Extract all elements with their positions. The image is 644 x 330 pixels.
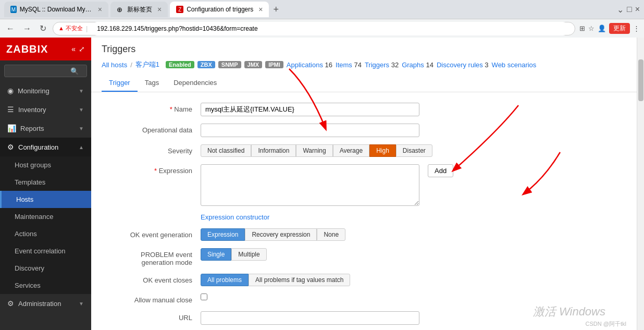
ok-event-gen-group: Expression Recovery expression None <box>201 228 513 241</box>
sidebar-item-hosts[interactable]: Hosts <box>0 191 91 208</box>
ok-event-gen-control: Expression Recovery expression None <box>201 228 513 241</box>
url-label: URL <box>107 311 201 322</box>
problem-event-multiple-btn[interactable]: Multiple <box>231 248 266 261</box>
scrollbar[interactable] <box>637 38 644 330</box>
allow-manual-close-row: Allow manual close <box>107 294 621 304</box>
tab1-close[interactable]: × <box>98 5 102 14</box>
url-bar[interactable] <box>91 22 569 35</box>
ok-event-recovery-btn[interactable]: Recovery expression <box>245 228 317 241</box>
tab-trigger[interactable]: Trigger <box>102 75 138 92</box>
badge-ipmi[interactable]: IPMI <box>265 61 283 68</box>
menu-icon[interactable]: ⋮ <box>633 25 640 32</box>
badge-zbx[interactable]: ZBX <box>197 61 215 68</box>
sidebar-item-reports[interactable]: 📊 Reports ▼ <box>0 119 91 138</box>
tab3-close[interactable]: × <box>258 5 263 14</box>
sidebar-item-services[interactable]: Services <box>0 277 91 294</box>
tab-dependencies[interactable]: Dependencies <box>166 75 224 92</box>
tab-tags[interactable]: Tags <box>138 75 166 92</box>
severity-average[interactable]: Average <box>333 144 369 157</box>
nav-discovery-rules[interactable]: Discovery rules 3 <box>437 61 489 69</box>
configuration-arrow-icon: ▲ <box>79 144 84 150</box>
url-input[interactable] <box>201 311 419 325</box>
profile-icon[interactable]: 👤 <box>598 25 606 32</box>
forward-button[interactable]: → <box>21 23 33 34</box>
sidebar-item-inventory-label: Inventory <box>18 106 79 114</box>
tab1-title: MySQL :: Download MySQL C... <box>20 6 93 13</box>
expression-constructor-link[interactable]: Expression constructor <box>201 213 621 221</box>
sidebar-logo: ZABBIX « ⤢ <box>0 38 91 60</box>
add-expression-button[interactable]: Add <box>428 164 453 177</box>
browser-tab-2[interactable]: ⊕ 新标签页 × <box>110 2 168 17</box>
sidebar-item-event-correlation[interactable]: Event correlation <box>0 242 91 260</box>
severity-warning[interactable]: Warning <box>296 144 332 157</box>
ok-event-expression-btn[interactable]: Expression <box>201 228 245 241</box>
nav-graphs[interactable]: Graphs 14 <box>402 61 434 69</box>
name-required-star: * <box>170 105 172 113</box>
collapse-icon[interactable]: « <box>71 45 76 53</box>
ok-event-all-problems-tag-btn[interactable]: All problems if tag values match <box>249 274 350 286</box>
allow-manual-close-checkbox[interactable] <box>201 294 207 300</box>
severity-information[interactable]: Information <box>251 144 296 157</box>
close-window-icon[interactable]: × <box>635 5 640 15</box>
ok-event-closes-control: All problems All problems if tag values … <box>201 274 513 286</box>
search-box: 🔍 <box>0 60 91 81</box>
sidebar-item-maintenance[interactable]: Maintenance <box>0 208 91 225</box>
browser-actions: ⊞ ☆ 👤 更新 ⋮ <box>579 23 640 34</box>
reports-icon: 📊 <box>7 124 16 132</box>
tab1-favicon: M <box>10 6 17 13</box>
administration-arrow-icon: ▼ <box>79 301 84 307</box>
tab3-favicon: Z <box>176 6 183 13</box>
browser-tab-3[interactable]: Z Configuration of triggers × <box>170 2 269 17</box>
badge-snmp[interactable]: SNMP <box>218 61 241 68</box>
badge-jmx[interactable]: JMX <box>244 61 263 68</box>
nav-items[interactable]: Items 74 <box>336 61 362 69</box>
app-wrapper: ZABBIX « ⤢ 🔍 ◉ Monitoring ▼ ☰ Inventory <box>0 38 644 330</box>
minimize-icon[interactable]: ⌄ <box>617 5 624 15</box>
operational-data-input[interactable] <box>201 124 419 137</box>
browser-tab-1[interactable]: M MySQL :: Download MySQL C... × <box>4 2 108 17</box>
tab-bar: M MySQL :: Download MySQL C... × ⊕ 新标签页 … <box>0 0 644 19</box>
breadcrumb-all-hosts[interactable]: All hosts <box>102 61 127 69</box>
scrollbar-thumb[interactable] <box>638 59 643 101</box>
sidebar-item-actions[interactable]: Actions <box>0 225 91 242</box>
back-button[interactable]: ← <box>4 23 17 34</box>
bookmark-icon[interactable]: ☆ <box>588 25 595 32</box>
reload-button[interactable]: ↻ <box>38 22 48 34</box>
sidebar-item-host-groups[interactable]: Host groups <box>0 156 91 174</box>
expand-icon[interactable]: ⤢ <box>79 45 85 53</box>
ok-event-closes-group: All problems All problems if tag values … <box>201 274 513 286</box>
ok-event-none-btn[interactable]: None <box>317 228 345 241</box>
sidebar-item-templates[interactable]: Templates <box>0 174 91 191</box>
nav-web-scenarios[interactable]: Web scenarios <box>492 61 537 69</box>
tab2-close[interactable]: × <box>157 5 162 14</box>
allow-manual-close-label: Allow manual close <box>107 294 201 304</box>
sidebar-item-monitoring-label: Monitoring <box>18 87 79 95</box>
configuration-submenu: Host groups Templates Hosts Maintenance … <box>0 156 91 294</box>
separator: | <box>86 25 88 32</box>
problem-event-gen-control: Single Multiple <box>201 248 513 261</box>
address-bar: ← → ↻ ▲ 不安全 | ⊞ ☆ 👤 更新 ⋮ <box>0 19 644 38</box>
expression-textarea[interactable] <box>201 164 419 206</box>
severity-label: Severity <box>107 144 201 155</box>
severity-not-classified[interactable]: Not classified <box>201 144 251 157</box>
translate-icon[interactable]: ⊞ <box>579 25 585 32</box>
name-input[interactable] <box>201 103 419 116</box>
sidebar-item-inventory[interactable]: ☰ Inventory ▼ <box>0 100 91 119</box>
problem-event-single-btn[interactable]: Single <box>201 248 231 261</box>
page-title: Triggers <box>102 44 626 55</box>
sidebar-item-administration[interactable]: ⚙ Administration ▼ <box>0 294 91 313</box>
sidebar-item-monitoring[interactable]: ◉ Monitoring ▼ <box>0 81 91 100</box>
sidebar-item-configuration[interactable]: ⚙ Configuration ▲ <box>0 138 91 156</box>
severity-high[interactable]: High <box>369 144 396 157</box>
new-tab-button[interactable]: + <box>271 2 281 17</box>
nav-triggers[interactable]: Triggers 32 <box>365 61 399 69</box>
ok-event-all-problems-btn[interactable]: All problems <box>201 274 249 286</box>
sidebar-item-discovery[interactable]: Discovery <box>0 260 91 277</box>
breadcrumb-sep1: / <box>130 61 132 69</box>
expression-required-star: * <box>154 167 157 175</box>
severity-disaster[interactable]: Disaster <box>396 144 432 157</box>
nav-applications[interactable]: Applications 16 <box>287 61 332 69</box>
maximize-icon[interactable]: □ <box>627 5 632 15</box>
refresh-button[interactable]: 更新 <box>609 23 630 34</box>
breadcrumb-host[interactable]: 客户端1 <box>135 60 159 69</box>
